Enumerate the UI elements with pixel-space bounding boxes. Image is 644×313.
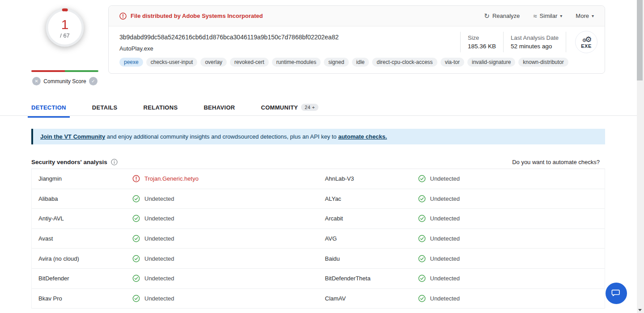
vendor-cell: ALYac Undetected — [318, 195, 605, 203]
detection-score: 1 — [61, 17, 69, 32]
community-bar-red — [31, 70, 65, 72]
vendor-cell: AhnLab-V3 Undetected — [318, 175, 605, 182]
tab-relations[interactable]: RELATIONS — [140, 99, 182, 118]
vendor-name: BitDefenderTheta — [318, 275, 418, 282]
file-tag[interactable]: direct-cpu-clock-access — [372, 58, 437, 67]
tab-details[interactable]: DETAILS — [89, 99, 121, 118]
alert-circle-icon — [119, 13, 127, 20]
vendor-name: Baidu — [318, 255, 418, 262]
divider — [566, 32, 566, 52]
similar-waves-icon: ≈ — [533, 12, 537, 20]
banner-actions: ↻ Reanalyze ≈ Similar ▾ More ▾ — [484, 12, 594, 20]
vendor-cell: Baidu Undetected — [318, 255, 605, 262]
community-score-bar — [31, 70, 98, 72]
community-bar-green — [65, 70, 98, 72]
scrollbar-thumb[interactable] — [637, 0, 643, 80]
page-scrollbar[interactable] — [637, 0, 644, 313]
tab-badge: 24 + — [301, 104, 318, 111]
vendor-result: Undetected — [418, 235, 460, 242]
clean-check-icon — [132, 215, 140, 222]
vendor-result: Undetected — [132, 195, 174, 203]
vendor-cell: ClamAV Undetected — [318, 295, 605, 302]
community-score-row: ✕ Community Score ✓ — [31, 76, 98, 86]
vendor-result: Undetected — [132, 275, 174, 282]
file-tag[interactable]: signed — [324, 58, 348, 67]
vendor-name: Antiy-AVL — [32, 215, 132, 222]
divider — [460, 32, 461, 52]
vendor-result: Undetected — [132, 235, 174, 242]
vendor-cell: Alibaba Undetected — [32, 195, 318, 203]
analysis-title: Security vendors' analysis — [31, 159, 107, 165]
filetype-label: EXE — [581, 44, 592, 49]
size-value: 185.36 KB — [468, 43, 496, 50]
file-tag[interactable]: checks-user-input — [146, 58, 198, 67]
reanalyze-label: Reanalyze — [492, 13, 520, 19]
vendor-name: Jiangmin — [32, 175, 132, 182]
vendor-result: Undetected — [418, 295, 460, 302]
vendor-name: AhnLab-V3 — [318, 175, 418, 182]
vendor-result: Undetected — [418, 275, 460, 282]
virustotal-file-report: 1 / 67 ✕ Community Score ✓ File — [0, 0, 644, 313]
vendor-name: ALYac — [318, 195, 418, 202]
table-row: Bkav Pro Undetected ClamAV — [32, 289, 605, 309]
vendor-result: Undetected — [418, 175, 460, 182]
vendor-result: Undetected — [418, 195, 460, 203]
tab-community[interactable]: COMMUNITY 24 + — [257, 99, 322, 118]
result-text: Undetected — [430, 215, 460, 222]
vendor-name: Alibaba — [32, 195, 132, 202]
vendor-result: Undetected — [132, 215, 174, 222]
result-text: Undetected — [144, 255, 174, 262]
file-tag[interactable]: revoked-cert — [230, 58, 269, 67]
clean-check-icon — [418, 195, 426, 203]
result-text: Undetected — [430, 275, 460, 282]
clean-check-icon — [418, 215, 426, 222]
tab-label: DETECTION — [31, 104, 66, 111]
table-row: Jiangmin Trojan.Generic.hetyo AhnLab-V3 — [32, 169, 605, 189]
file-tag[interactable]: invalid-signature — [467, 58, 515, 67]
result-text: Undetected — [144, 275, 174, 282]
join-vt-community-link[interactable]: Join the VT Community — [40, 133, 105, 140]
community-downvote-icon[interactable]: ✕ — [32, 77, 41, 85]
tabs-divider — [0, 115, 637, 116]
vendor-name: ClamAV — [318, 295, 418, 302]
chat-fab-button[interactable] — [606, 283, 627, 304]
file-size-block: Size 185.36 KB — [468, 34, 496, 50]
table-row: Avira (no cloud) Undetected Baidu — [32, 249, 605, 269]
similar-button[interactable]: ≈ Similar ▾ — [533, 12, 562, 20]
community-upvote-icon[interactable]: ✓ — [89, 77, 97, 85]
tab-label: COMMUNITY — [261, 104, 298, 111]
chat-bubble-icon — [611, 288, 621, 298]
vendor-table: Jiangmin Trojan.Generic.hetyo AhnLab-V3 — [31, 169, 605, 309]
distribution-warning: File distributed by Adobe Systems Incorp… — [119, 13, 263, 20]
vendor-name: BitDefender — [32, 275, 132, 282]
file-tag[interactable]: via-tor — [441, 58, 464, 67]
file-tag[interactable]: peexe — [119, 58, 143, 67]
file-tag[interactable]: runtime-modules — [272, 58, 321, 67]
table-row: BitDefender Undetected BitDefenderTheta — [32, 269, 605, 289]
divider — [503, 32, 504, 52]
danger-icon — [132, 175, 140, 182]
tab-detection[interactable]: DETECTION — [28, 99, 70, 118]
clean-check-icon — [418, 175, 426, 182]
chevron-down-icon: ▾ — [592, 13, 594, 18]
table-row: Avast Undetected AVG — [32, 229, 605, 249]
detection-total: / 67 — [60, 32, 70, 39]
warning-text: File distributed by Adobe Systems Incorp… — [131, 13, 263, 19]
file-tag[interactable]: idle — [352, 58, 369, 67]
scrollbar-down-icon[interactable] — [638, 309, 642, 311]
reanalyze-button[interactable]: ↻ Reanalyze — [484, 12, 520, 20]
vendor-cell: Jiangmin Trojan.Generic.hetyo — [32, 175, 318, 182]
automate-checks-link[interactable]: automate checks. — [338, 133, 387, 140]
vendor-cell: BitDefenderTheta Undetected — [318, 275, 605, 282]
automate-checks-question[interactable]: Do you want to automate checks? — [512, 159, 600, 165]
tab-behavior[interactable]: BEHAVIOR — [200, 99, 238, 118]
file-tag[interactable]: overlay — [200, 58, 227, 67]
info-icon[interactable] — [111, 159, 118, 165]
clean-check-icon — [132, 275, 140, 282]
banner-middle-text: and enjoy additional community insights … — [105, 133, 338, 140]
file-tag[interactable]: known-distributor — [518, 58, 568, 67]
similar-label: Similar — [540, 13, 558, 19]
vendor-name: Arcabit — [318, 215, 418, 222]
result-text: Undetected — [430, 255, 460, 262]
more-button[interactable]: More ▾ — [576, 13, 594, 19]
